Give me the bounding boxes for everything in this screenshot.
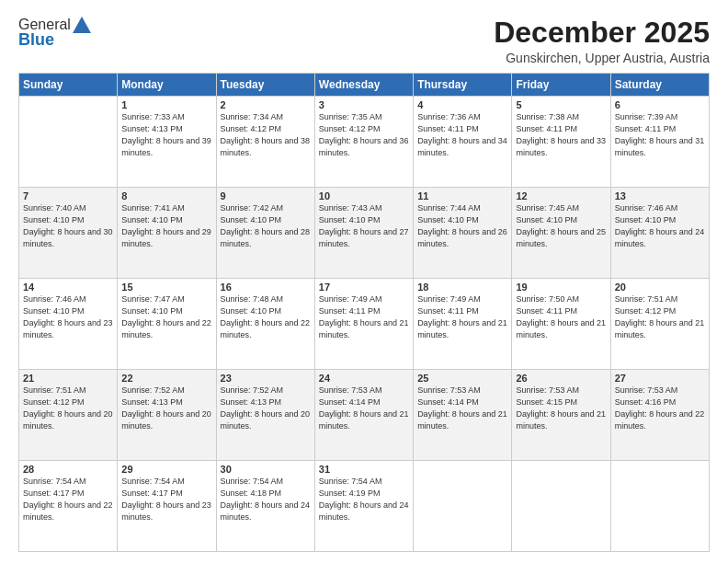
day-info: Sunrise: 7:52 AM Sunset: 4:13 PM Dayligh… [121,385,211,432]
table-cell: 14Sunrise: 7:46 AM Sunset: 4:10 PM Dayli… [19,279,118,370]
table-cell: 12Sunrise: 7:45 AM Sunset: 4:10 PM Dayli… [512,188,610,279]
col-monday: Monday [118,74,216,97]
table-cell: 1Sunrise: 7:33 AM Sunset: 4:13 PM Daylig… [118,97,216,188]
col-tuesday: Tuesday [216,74,314,97]
day-number: 1 [121,99,211,110]
table-cell [610,461,709,552]
logo-blue-text: Blue [18,30,54,50]
day-number: 28 [23,464,113,475]
day-number: 13 [615,190,705,201]
col-saturday: Saturday [610,74,709,97]
table-cell: 8Sunrise: 7:41 AM Sunset: 4:10 PM Daylig… [118,188,216,279]
day-number: 4 [417,99,507,110]
day-info: Sunrise: 7:49 AM Sunset: 4:11 PM Dayligh… [417,293,507,341]
day-info: Sunrise: 7:47 AM Sunset: 4:10 PM Dayligh… [121,293,211,341]
day-number: 5 [516,99,606,110]
table-cell: 29Sunrise: 7:54 AM Sunset: 4:17 PM Dayli… [118,461,216,552]
col-sunday: Sunday [19,74,118,97]
table-cell: 9Sunrise: 7:42 AM Sunset: 4:10 PM Daylig… [216,188,314,279]
col-wednesday: Wednesday [314,74,413,97]
day-number: 8 [121,190,211,201]
table-cell: 6Sunrise: 7:39 AM Sunset: 4:11 PM Daylig… [610,97,709,188]
day-number: 24 [319,373,409,384]
calendar-week-row: 1Sunrise: 7:33 AM Sunset: 4:13 PM Daylig… [19,97,710,188]
table-cell: 13Sunrise: 7:46 AM Sunset: 4:10 PM Dayli… [610,188,709,279]
day-number: 25 [417,373,507,384]
col-thursday: Thursday [414,74,512,97]
table-cell: 24Sunrise: 7:53 AM Sunset: 4:14 PM Dayli… [314,370,413,461]
calendar-week-row: 21Sunrise: 7:51 AM Sunset: 4:12 PM Dayli… [19,370,710,461]
day-number: 20 [615,282,705,293]
day-info: Sunrise: 7:50 AM Sunset: 4:11 PM Dayligh… [516,293,606,341]
table-cell: 20Sunrise: 7:51 AM Sunset: 4:12 PM Dayli… [610,279,709,370]
day-info: Sunrise: 7:40 AM Sunset: 4:10 PM Dayligh… [23,202,113,250]
day-info: Sunrise: 7:44 AM Sunset: 4:10 PM Dayligh… [417,202,507,250]
calendar-week-row: 14Sunrise: 7:46 AM Sunset: 4:10 PM Dayli… [19,279,710,370]
table-cell: 27Sunrise: 7:53 AM Sunset: 4:16 PM Dayli… [610,370,709,461]
day-info: Sunrise: 7:53 AM Sunset: 4:14 PM Dayligh… [417,385,507,432]
day-info: Sunrise: 7:39 AM Sunset: 4:11 PM Dayligh… [615,111,705,159]
table-cell: 17Sunrise: 7:49 AM Sunset: 4:11 PM Dayli… [314,279,413,370]
col-friday: Friday [512,74,610,97]
day-number: 7 [23,190,113,201]
day-number: 6 [615,99,705,110]
table-cell: 26Sunrise: 7:53 AM Sunset: 4:15 PM Dayli… [512,370,610,461]
day-info: Sunrise: 7:41 AM Sunset: 4:10 PM Dayligh… [121,202,211,250]
day-number: 30 [221,464,311,475]
table-cell: 19Sunrise: 7:50 AM Sunset: 4:11 PM Dayli… [512,279,610,370]
table-cell: 5Sunrise: 7:38 AM Sunset: 4:11 PM Daylig… [512,97,610,188]
table-cell [414,461,512,552]
day-number: 15 [121,282,211,293]
day-number: 23 [221,373,311,384]
month-title: December 2025 [494,17,710,49]
day-info: Sunrise: 7:48 AM Sunset: 4:10 PM Dayligh… [221,293,311,341]
logo-icon [73,17,91,33]
table-cell: 11Sunrise: 7:44 AM Sunset: 4:10 PM Dayli… [414,188,512,279]
calendar-table: Sunday Monday Tuesday Wednesday Thursday… [18,73,710,552]
title-block: December 2025 Gunskirchen, Upper Austria… [494,17,710,65]
day-info: Sunrise: 7:54 AM Sunset: 4:18 PM Dayligh… [221,476,311,523]
table-cell: 10Sunrise: 7:43 AM Sunset: 4:10 PM Dayli… [314,188,413,279]
day-number: 18 [417,282,507,293]
day-info: Sunrise: 7:42 AM Sunset: 4:10 PM Dayligh… [221,202,311,250]
table-cell: 21Sunrise: 7:51 AM Sunset: 4:12 PM Dayli… [19,370,118,461]
day-number: 2 [221,99,311,110]
day-number: 22 [121,373,211,384]
day-info: Sunrise: 7:46 AM Sunset: 4:10 PM Dayligh… [615,202,705,250]
page: General Blue December 2025 Gunskirchen, … [0,0,728,563]
calendar-header-row: Sunday Monday Tuesday Wednesday Thursday… [19,74,710,97]
table-cell: 7Sunrise: 7:40 AM Sunset: 4:10 PM Daylig… [19,188,118,279]
day-number: 11 [417,190,507,201]
day-number: 12 [516,190,606,201]
day-number: 14 [23,282,113,293]
table-cell: 30Sunrise: 7:54 AM Sunset: 4:18 PM Dayli… [216,461,314,552]
table-cell: 22Sunrise: 7:52 AM Sunset: 4:13 PM Dayli… [118,370,216,461]
table-cell: 25Sunrise: 7:53 AM Sunset: 4:14 PM Dayli… [414,370,512,461]
day-info: Sunrise: 7:54 AM Sunset: 4:17 PM Dayligh… [121,476,211,523]
calendar-week-row: 28Sunrise: 7:54 AM Sunset: 4:17 PM Dayli… [19,461,710,552]
header: General Blue December 2025 Gunskirchen, … [18,17,710,65]
day-info: Sunrise: 7:51 AM Sunset: 4:12 PM Dayligh… [615,293,705,341]
day-info: Sunrise: 7:38 AM Sunset: 4:11 PM Dayligh… [516,111,606,159]
table-cell: 15Sunrise: 7:47 AM Sunset: 4:10 PM Dayli… [118,279,216,370]
svg-marker-0 [73,17,91,33]
calendar-week-row: 7Sunrise: 7:40 AM Sunset: 4:10 PM Daylig… [19,188,710,279]
day-info: Sunrise: 7:46 AM Sunset: 4:10 PM Dayligh… [23,293,113,341]
day-number: 9 [221,190,311,201]
day-info: Sunrise: 7:52 AM Sunset: 4:13 PM Dayligh… [221,385,311,432]
day-info: Sunrise: 7:33 AM Sunset: 4:13 PM Dayligh… [121,111,211,159]
day-number: 21 [23,373,113,384]
day-number: 10 [319,190,409,201]
day-number: 27 [615,373,705,384]
day-info: Sunrise: 7:49 AM Sunset: 4:11 PM Dayligh… [319,293,409,341]
table-cell: 18Sunrise: 7:49 AM Sunset: 4:11 PM Dayli… [414,279,512,370]
day-info: Sunrise: 7:54 AM Sunset: 4:19 PM Dayligh… [319,476,409,523]
table-cell: 28Sunrise: 7:54 AM Sunset: 4:17 PM Dayli… [19,461,118,552]
day-info: Sunrise: 7:53 AM Sunset: 4:14 PM Dayligh… [319,385,409,432]
day-info: Sunrise: 7:43 AM Sunset: 4:10 PM Dayligh… [319,202,409,250]
table-cell: 2Sunrise: 7:34 AM Sunset: 4:12 PM Daylig… [216,97,314,188]
day-info: Sunrise: 7:34 AM Sunset: 4:12 PM Dayligh… [221,111,311,159]
table-cell: 3Sunrise: 7:35 AM Sunset: 4:12 PM Daylig… [314,97,413,188]
logo: General Blue [18,17,91,50]
day-number: 29 [121,464,211,475]
